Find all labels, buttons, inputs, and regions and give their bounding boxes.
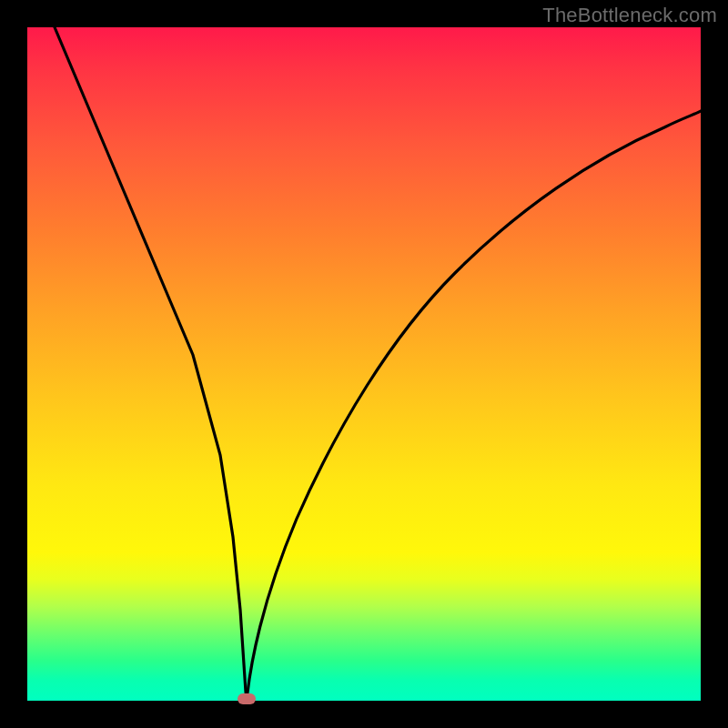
- watermark-text: TheBottleneck.com: [542, 4, 717, 27]
- curve-left-branch: [55, 27, 247, 701]
- minimum-marker: [238, 693, 256, 704]
- bottleneck-curve: [27, 27, 701, 701]
- chart-plot-area: [27, 27, 701, 701]
- curve-right-branch: [247, 111, 701, 701]
